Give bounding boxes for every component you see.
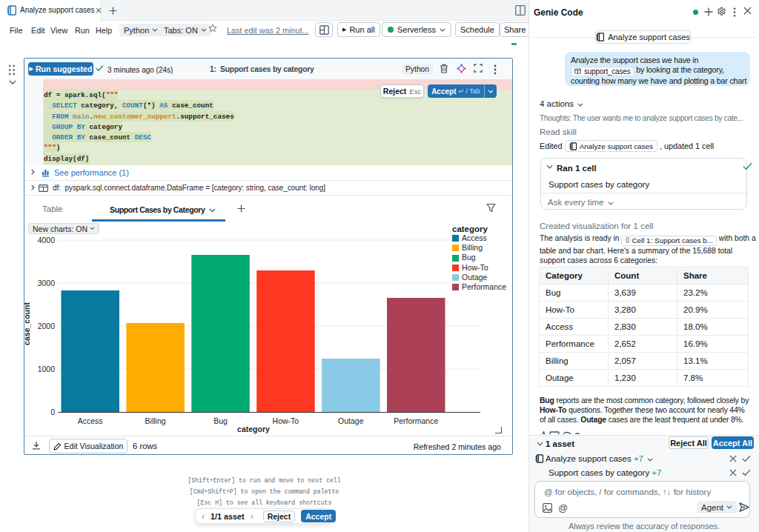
svg-text:4000: 4000 xyxy=(38,236,56,245)
svg-text:Performance: Performance xyxy=(394,416,438,425)
svg-text:Bug: Bug xyxy=(213,416,228,425)
svg-text:Billing: Billing xyxy=(145,416,166,425)
svg-text:2000: 2000 xyxy=(38,322,56,330)
svg-text:Access: Access xyxy=(78,416,103,425)
svg-text:case_count: case_count xyxy=(24,302,31,345)
svg-text:How-To: How-To xyxy=(273,416,299,425)
svg-text:Outage: Outage xyxy=(338,416,364,425)
svg-text:3000: 3000 xyxy=(38,279,56,287)
svg-text:1000: 1000 xyxy=(38,365,56,373)
svg-text:0: 0 xyxy=(50,408,55,416)
svg-text:category: category xyxy=(237,425,270,433)
